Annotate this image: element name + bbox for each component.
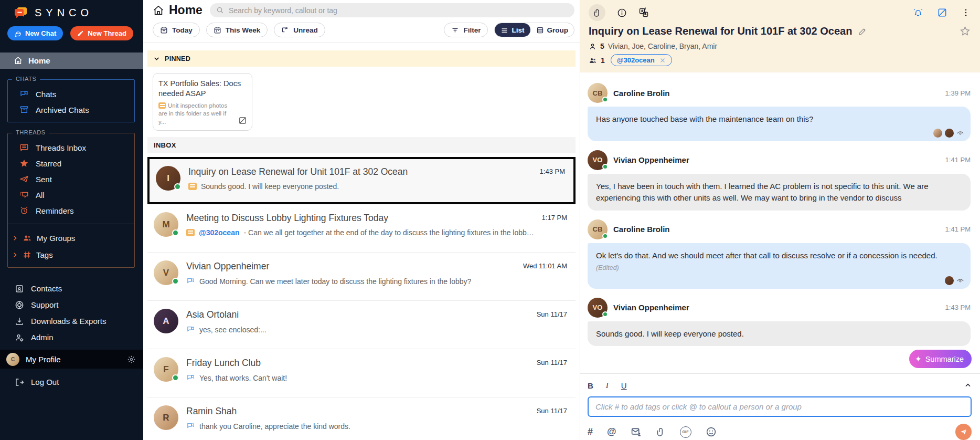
search-input[interactable]: Search by keyword, callout or tag: [210, 3, 574, 17]
inbox-row-main: Ramin Shah thank you Caroline, appreciat…: [186, 405, 530, 431]
inbox-row-preview: Good Morning. Can we meet later today to…: [186, 277, 517, 286]
inbox-row[interactable]: M Meeting to Discuss Lobby Lighting Fixt…: [147, 204, 576, 253]
inbox-row[interactable]: A Asia Ortolani yes, see enclosed:... Su…: [147, 301, 576, 349]
group-tag-label: @302ocean: [617, 56, 655, 64]
inbox-row-preview-text: thank you Caroline, appreciate the kind …: [199, 422, 350, 431]
paperclip-icon[interactable]: [589, 4, 605, 21]
inbox-row-title: Ramin Shah: [186, 406, 530, 417]
logout-icon: [15, 378, 24, 387]
chat-bubble-icon: [14, 30, 22, 37]
thread-icon: [158, 102, 166, 109]
inbox-row-main: Inquiry on Lease Renewal for Unit 101F a…: [188, 166, 534, 191]
sidebar-item-reminders[interactable]: Reminders: [8, 203, 134, 218]
no-image-icon[interactable]: [937, 7, 947, 18]
sidebar-item-tags[interactable]: Tags: [8, 246, 134, 263]
pinned-section-header[interactable]: PINNED: [147, 50, 576, 67]
kebab-icon[interactable]: [961, 8, 971, 17]
italic-button[interactable]: I: [606, 381, 609, 390]
filter-today-chip[interactable]: Today: [153, 23, 200, 37]
app-title: SYNCO: [35, 7, 93, 19]
new-thread-button[interactable]: New Thread: [70, 26, 133, 40]
emoji-icon[interactable]: [706, 426, 717, 437]
chevron-up-icon[interactable]: [964, 382, 972, 389]
receipt-avatar: [945, 129, 954, 138]
summarize-button[interactable]: ✦ Summarize: [909, 350, 972, 368]
message-sender: Caroline Brolin: [613, 89, 670, 98]
sidebar: SYNCO New Chat New Thread Home CHATS Cha…: [0, 0, 143, 440]
participants-row: 5 Vivian, Joe, Caroline, Bryan, Amir: [589, 42, 971, 50]
group-callout-link[interactable]: @302ocean: [199, 228, 239, 237]
sidebar-item-threads-inbox[interactable]: Threads Inbox: [8, 140, 134, 155]
page-title-label: Home: [169, 3, 203, 17]
email-callout-icon[interactable]: [631, 426, 642, 437]
sidebar-item-archived-chats[interactable]: Archived Chats: [8, 102, 134, 118]
inbox-list: I Inquiry on Lease Renewal for Unit 101F…: [143, 153, 580, 440]
inbox-row-preview: yes, see enclosed:...: [186, 325, 530, 334]
inbox-row-preview: @302ocean - Can we all get together at t…: [186, 228, 536, 237]
online-dot: [602, 311, 608, 317]
sidebar-item-sent[interactable]: Sent: [8, 171, 134, 187]
at-icon[interactable]: @: [607, 426, 616, 437]
message-input[interactable]: [588, 396, 972, 417]
view-toggle-list[interactable]: List: [495, 23, 530, 37]
unread-chip-label: Unread: [293, 26, 318, 34]
bold-button[interactable]: B: [588, 381, 593, 390]
sidebar-item-admin[interactable]: Admin: [0, 329, 143, 345]
sidebar-item-support[interactable]: Support: [0, 297, 143, 313]
view-toggle-group[interactable]: Group: [530, 23, 574, 37]
pinned-card[interactable]: TX Portfolio Sales: Docs needed ASAP Uni…: [153, 73, 252, 131]
paperclip-icon[interactable]: [656, 427, 666, 437]
avatar: R: [154, 405, 178, 430]
filter-unread-chip[interactable]: Unread: [274, 23, 325, 37]
receipt-avatar: [945, 276, 954, 285]
inbox-row[interactable]: V Vivian Oppenheimer Good Morning. Can w…: [147, 253, 576, 301]
pencil-icon[interactable]: [858, 27, 867, 36]
gear-icon[interactable]: [127, 355, 136, 364]
composer-actions: # @ GIF: [588, 424, 972, 440]
info-icon[interactable]: [617, 8, 627, 18]
sidebar-item-my-profile[interactable]: C My Profile: [0, 350, 143, 369]
hash-icon[interactable]: #: [588, 426, 593, 437]
inbox-label: INBOX: [154, 141, 176, 149]
sidebar-item-starred[interactable]: Starred: [8, 155, 134, 171]
close-icon[interactable]: [659, 57, 666, 64]
sidebar-item-my-groups[interactable]: My Groups: [8, 229, 134, 246]
group-tag-pill[interactable]: @302ocean: [611, 54, 672, 66]
new-chat-button[interactable]: New Chat: [7, 26, 63, 40]
sidebar-item-all[interactable]: All: [8, 187, 134, 203]
inbox-row-preview: Yes, that works. Can't wait!: [186, 373, 530, 382]
translate-icon[interactable]: [638, 7, 649, 18]
list-pane-header: Home Search by keyword, callout or tag: [143, 0, 580, 20]
sidebar-item-log-out[interactable]: Log Out: [0, 374, 143, 390]
inbox-row-title: Meeting to Discuss Lobby Lighting Fixtur…: [186, 213, 536, 224]
message-text: Yes, I have been in touch with them. I l…: [596, 182, 929, 203]
sidebar-item-contacts[interactable]: Contacts: [0, 280, 143, 297]
inbox-row[interactable]: R Ramin Shah thank you Caroline, appreci…: [147, 397, 576, 440]
inbox-row[interactable]: F Friday Lunch Club Yes, that works. Can…: [147, 349, 576, 397]
send-button[interactable]: [955, 424, 972, 440]
message-bubble: Ok let's do that. And we should meet aft…: [588, 243, 971, 289]
online-dot: [172, 278, 179, 285]
contacts-label: Contacts: [31, 284, 62, 293]
star-outline-icon[interactable]: [960, 26, 971, 37]
message-time: 1:41 PM: [945, 225, 971, 233]
filter-button-label: Filter: [463, 26, 481, 34]
underline-button[interactable]: U: [621, 381, 627, 390]
sidebar-item-home[interactable]: Home: [0, 53, 143, 69]
message-bubble: Has anyone touched base with the mainten…: [588, 107, 971, 141]
sidebar-item-downloads-exports[interactable]: Downloads & Exports: [0, 313, 143, 329]
contacts-icon: [15, 284, 24, 294]
avatar-initials: A: [154, 309, 178, 333]
filter-this-week-chip[interactable]: This Week: [206, 23, 268, 37]
chat-icon: [186, 373, 195, 382]
sidebar-item-chats[interactable]: Chats: [8, 86, 134, 102]
support-label: Support: [31, 300, 59, 309]
chat-icon: [186, 325, 195, 334]
avatar: M: [154, 212, 178, 237]
filter-button[interactable]: Filter: [444, 23, 488, 37]
inbox-row-selected[interactable]: I Inquiry on Lease Renewal for Unit 101F…: [147, 157, 576, 204]
gif-icon[interactable]: GIF: [680, 426, 691, 438]
online-dot: [602, 97, 608, 102]
message-time: 1:39 PM: [945, 89, 971, 97]
bell-icon[interactable]: [913, 7, 923, 18]
